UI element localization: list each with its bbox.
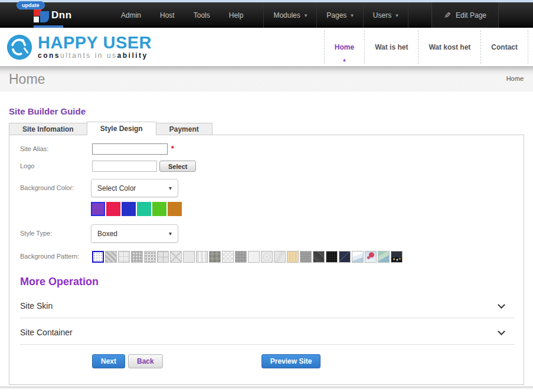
site-header: HAPPY USER consultants in usability Home… — [0, 28, 533, 66]
admin-dropdown-item[interactable]: Pages ▾ — [317, 2, 364, 28]
pattern-tile[interactable] — [313, 251, 325, 263]
site-alias-row: Site Alias: * — [20, 143, 515, 155]
pattern-tile[interactable] — [248, 251, 260, 263]
update-badge[interactable]: update — [17, 1, 45, 9]
background-color-row: Background Color: Select Color ▾ — [20, 179, 515, 197]
preview-site-button[interactable]: Preview Site — [261, 354, 321, 368]
style-type-label: Style Type: — [20, 224, 92, 237]
admin-menu-item[interactable]: Tools — [184, 11, 220, 19]
pattern-tile[interactable] — [391, 251, 403, 263]
pattern-tile[interactable] — [170, 251, 182, 263]
pattern-tile[interactable] — [144, 251, 156, 263]
main-content: Site Builder Guide Site InfomationStyle … — [0, 92, 533, 392]
color-swatch[interactable] — [168, 202, 182, 216]
pattern-tile[interactable] — [131, 251, 143, 263]
pattern-tile[interactable] — [183, 251, 195, 263]
color-swatch[interactable] — [106, 202, 120, 216]
tagline-bold-end: ability — [117, 51, 148, 60]
color-swatch[interactable] — [137, 202, 151, 216]
nav-item[interactable]: Wat is het — [364, 30, 418, 64]
next-button[interactable]: Next — [92, 354, 125, 368]
style-type-dropdown[interactable]: Boxed ▾ — [91, 224, 178, 243]
breadcrumb-band: Home Home — [0, 66, 533, 92]
tab[interactable]: Site Infomation — [9, 123, 87, 135]
pattern-tile[interactable] — [157, 251, 169, 263]
admin-dropdown-item[interactable]: Modules ▾ — [264, 2, 317, 28]
wizard-panel: Site Alias: * Logo Select Background Col… — [9, 135, 524, 385]
wizard-tabs: Site InfomationStyle DesignPayment — [9, 123, 533, 135]
brand-tagline: consultants in usability — [38, 51, 152, 60]
happy-user-logo[interactable]: HAPPY USER consultants in usability — [0, 28, 152, 66]
happy-user-logo-icon — [6, 34, 33, 61]
wizard-title: Site Builder Guide — [9, 106, 533, 117]
tab[interactable]: Payment — [156, 123, 212, 135]
admin-dropdown-label: Users — [373, 11, 391, 19]
admin-dropdown-label: Modules — [273, 11, 300, 19]
pattern-tile[interactable] — [222, 251, 234, 263]
caret-down-icon: ▾ — [169, 185, 172, 191]
brand-text: HAPPY USER consultants in usability — [38, 34, 152, 60]
dnn-logo[interactable]: update Dnn — [0, 2, 103, 28]
logo-input[interactable] — [92, 161, 157, 172]
breadcrumb[interactable]: Home — [506, 75, 524, 82]
color-swatch[interactable] — [91, 202, 105, 216]
tab[interactable]: Style Design — [87, 122, 156, 135]
tagline-bold-start: cons — [38, 51, 60, 60]
pattern-tile[interactable] — [209, 251, 221, 263]
admin-control-bar: update Dnn AdminHostToolsHelp Modules ▾ … — [0, 2, 533, 28]
nav-item[interactable]: Wat kost het — [418, 30, 480, 64]
pattern-tile[interactable] — [274, 251, 286, 263]
background-color-value: Select Color — [97, 184, 136, 192]
pattern-tile[interactable] — [196, 251, 208, 263]
color-swatch-row — [91, 202, 515, 216]
color-swatch[interactable] — [122, 202, 136, 216]
accordion-section-label: Site Skin — [20, 301, 53, 311]
style-type-row: Style Type: Boxed ▾ — [20, 224, 515, 243]
pattern-tile[interactable] — [365, 251, 377, 263]
pencil-icon: ✎ — [444, 11, 451, 20]
accordion-section-label: Site Container — [20, 328, 73, 337]
pattern-tile[interactable] — [339, 251, 351, 263]
accordion-section[interactable]: Site Skin — [20, 292, 515, 318]
brand-title: HAPPY USER — [38, 34, 152, 51]
required-marker: * — [171, 143, 174, 153]
pattern-tile[interactable] — [118, 251, 130, 263]
pattern-tile[interactable] — [326, 251, 338, 263]
pattern-tile[interactable] — [352, 251, 364, 263]
wizard-buttons: Next Back Preview Site — [92, 354, 515, 368]
admin-menu-item[interactable]: Help — [220, 11, 253, 19]
accordion-section[interactable]: Site Container — [20, 318, 515, 345]
pattern-tile[interactable] — [378, 251, 390, 263]
page-title: Home — [9, 71, 45, 87]
nav-item[interactable]: Contact — [480, 30, 528, 64]
background-color-dropdown[interactable]: Select Color ▾ — [91, 179, 178, 197]
admin-menu-item[interactable]: Host — [151, 11, 184, 19]
color-swatch[interactable] — [152, 202, 166, 216]
admin-dropdown-item[interactable]: Users ▾ — [364, 2, 408, 28]
site-alias-label: Site Alias: — [20, 143, 92, 152]
style-type-value: Boxed — [97, 230, 117, 238]
admin-bar-spacer — [408, 2, 431, 28]
nav-item-label: Contact — [491, 43, 518, 51]
pattern-tile[interactable] — [300, 251, 312, 263]
site-alias-input[interactable] — [92, 143, 168, 155]
page-bottom-strip — [0, 386, 533, 388]
logo-select-button[interactable]: Select — [159, 161, 196, 172]
nav-item-label: Wat is het — [375, 43, 408, 51]
nav-item[interactable]: Home ▲ — [324, 30, 364, 64]
pattern-tile[interactable] — [287, 251, 299, 263]
admin-dropdown-label: Pages — [326, 11, 346, 19]
active-tab-arrow-icon: ▲ — [342, 57, 347, 63]
edit-page-label: Edit Page — [456, 11, 486, 19]
logo-row: Logo Select — [20, 161, 515, 172]
pattern-strip — [92, 251, 403, 263]
admin-menu-item[interactable]: Admin — [112, 11, 151, 19]
caret-down-icon: ▾ — [351, 12, 354, 18]
pattern-tile[interactable] — [235, 251, 247, 263]
pattern-tile[interactable] — [261, 251, 273, 263]
back-button[interactable]: Back — [128, 354, 163, 368]
pattern-tile[interactable] — [105, 251, 117, 263]
background-pattern-label: Background Pattern: — [20, 251, 92, 263]
pattern-tile[interactable] — [92, 251, 104, 263]
edit-page-button[interactable]: ✎ Edit Page — [431, 2, 499, 28]
